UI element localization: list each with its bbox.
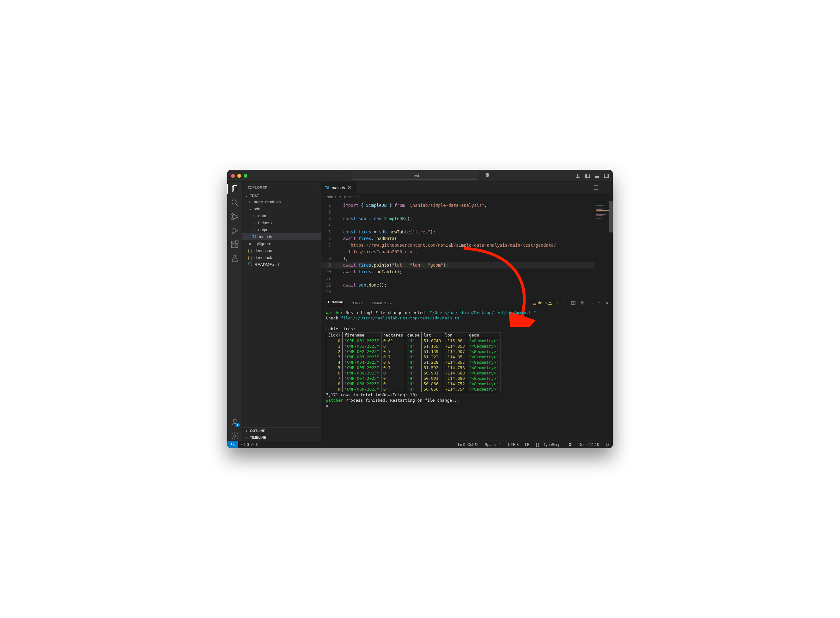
minimap[interactable] (594, 201, 613, 298)
chevron-down-icon: ⌄ (244, 193, 249, 198)
layout-sidebar-icon[interactable] (585, 173, 590, 178)
svg-rect-20 (236, 241, 238, 243)
chevron-icon: › (252, 214, 256, 218)
svg-point-13 (232, 218, 234, 220)
language-mode[interactable]: { } TypeScript (532, 443, 564, 447)
chevron-icon: › (247, 199, 252, 204)
layout-panel-icon[interactable] (594, 173, 600, 178)
editor-area: TS main.ts ✕ ··· sda› TS main.ts› ... 1 … (321, 182, 613, 441)
folder-output[interactable]: ›output (242, 226, 321, 233)
svg-rect-3 (578, 174, 580, 177)
close-panel-icon[interactable]: ✕ (605, 301, 608, 305)
gitignore-icon: ◆ (247, 241, 252, 246)
copilot-icon[interactable] (484, 172, 490, 179)
close-window[interactable] (231, 174, 235, 178)
minimize-window[interactable] (237, 174, 241, 178)
svg-point-14 (236, 216, 238, 218)
new-terminal-icon[interactable]: ＋ (556, 300, 560, 306)
editor-scrollbar[interactable] (609, 201, 613, 298)
folder-node_modules[interactable]: ›node_modules (242, 198, 321, 205)
folder-root[interactable]: ⌄ TEST (242, 193, 321, 198)
file-.gitignore[interactable]: ◆.gitignore (242, 240, 321, 247)
explorer-icon[interactable] (230, 184, 239, 193)
outline-section[interactable]: ›OUTLINE (242, 427, 321, 434)
ts-file-icon: TS (338, 195, 342, 199)
panel-tabs: TERMINAL PORTS COMMENTS deno ＋ ⌄ ··· (321, 298, 613, 308)
svg-rect-17 (231, 241, 234, 244)
svg-point-10 (232, 200, 236, 204)
svg-rect-2 (576, 174, 578, 177)
layout-secondary-icon[interactable] (604, 173, 609, 178)
svg-point-16 (232, 232, 233, 234)
svg-point-12 (232, 214, 234, 215)
terminal-profile[interactable]: deno (532, 301, 552, 305)
file-deno.lock[interactable]: { }deno.lock (242, 254, 321, 261)
search-text: test (413, 173, 419, 178)
account-badge: 1 (236, 423, 240, 427)
titlebar: ← → test (227, 170, 613, 182)
svg-marker-15 (233, 228, 237, 233)
kill-terminal-icon[interactable] (579, 300, 585, 306)
cursor-position[interactable]: Ln 9, Col 42 (455, 443, 481, 447)
svg-point-22 (234, 435, 236, 437)
file-deno.json[interactable]: { }deno.json (242, 247, 321, 254)
layout-primary-icon[interactable] (575, 173, 581, 178)
tab-terminal[interactable]: TERMINAL (326, 300, 344, 306)
breadcrumbs[interactable]: sda› TS main.ts› ... (321, 193, 613, 201)
ts-file-icon: TS (252, 235, 257, 238)
deno-status[interactable]: Deno 2.1.10 (575, 443, 602, 447)
folder-data[interactable]: ›data (242, 212, 321, 219)
notifications-icon[interactable] (602, 443, 613, 447)
problems-status[interactable]: 0 0 (238, 443, 261, 447)
json-file-icon: { } (247, 248, 252, 253)
remote-indicator[interactable] (227, 441, 238, 448)
chevron-icon: › (252, 220, 256, 225)
nav-back-icon[interactable]: ← (330, 173, 335, 179)
ts-file-icon: TS (325, 186, 329, 189)
file-README.md[interactable]: ⓘREADME.md (242, 261, 321, 268)
command-center[interactable]: test (352, 172, 478, 180)
folder-sda[interactable]: ⌄sda (242, 205, 321, 212)
sidebar-more-icon[interactable]: ··· (312, 186, 316, 189)
extensions-icon[interactable] (230, 240, 239, 249)
settings-gear-icon[interactable] (230, 432, 239, 441)
activity-bar: 1 (227, 182, 242, 441)
accounts-icon[interactable]: 1 (230, 418, 239, 427)
split-editor-icon[interactable] (594, 185, 599, 190)
svg-rect-7 (595, 176, 599, 177)
tab-ports[interactable]: PORTS (351, 301, 363, 305)
vscode-window: ← → test (227, 170, 613, 448)
nav-forward-icon[interactable]: → (339, 173, 344, 179)
maximize-panel-icon[interactable]: ＾ (597, 300, 601, 306)
maximize-window[interactable] (244, 174, 247, 178)
run-debug-icon[interactable] (230, 226, 239, 235)
encoding-status[interactable]: UTF-8 (505, 443, 522, 447)
status-bar: 0 0 Ln 9, Col 42 Spaces: 4 UTF-8 LF { } … (227, 441, 613, 448)
terminal-dropdown-icon[interactable]: ⌄ (564, 301, 567, 305)
json-file-icon: { } (247, 255, 252, 260)
copilot-status-icon[interactable] (565, 443, 575, 447)
svg-rect-19 (235, 245, 238, 247)
folder-helpers[interactable]: ›helpers (242, 219, 321, 226)
search-activity-icon[interactable] (230, 198, 239, 207)
eol-status[interactable]: LF (522, 443, 532, 447)
close-tab-icon[interactable]: ✕ (348, 185, 351, 190)
code-editor[interactable]: 1 import { SimpleDB } from "@nshiab/simp… (321, 201, 594, 298)
source-control-icon[interactable] (230, 212, 239, 221)
panel-more-icon[interactable]: ··· (588, 301, 594, 305)
editor-more-icon[interactable]: ··· (602, 185, 608, 190)
split-terminal-icon[interactable] (571, 300, 576, 306)
svg-rect-18 (231, 245, 234, 247)
indentation-status[interactable]: Spaces: 4 (481, 443, 505, 447)
file-tree: ›node_modules⌄sda›data›helpers›outputTSm… (242, 198, 321, 270)
file-main.ts[interactable]: TSmain.ts (242, 233, 321, 240)
timeline-section[interactable]: ›TIMELINE (242, 434, 321, 441)
tab-comments[interactable]: COMMENTS (370, 301, 391, 305)
tab-main-ts[interactable]: TS main.ts ✕ (321, 182, 356, 193)
svg-rect-25 (533, 302, 536, 304)
panel: TERMINAL PORTS COMMENTS deno ＋ ⌄ ··· (321, 298, 613, 441)
svg-line-11 (236, 204, 238, 206)
terminal-output[interactable]: Watcher Restarting! File change detected… (321, 308, 613, 441)
svg-rect-5 (585, 174, 587, 177)
testing-icon[interactable] (230, 254, 239, 263)
